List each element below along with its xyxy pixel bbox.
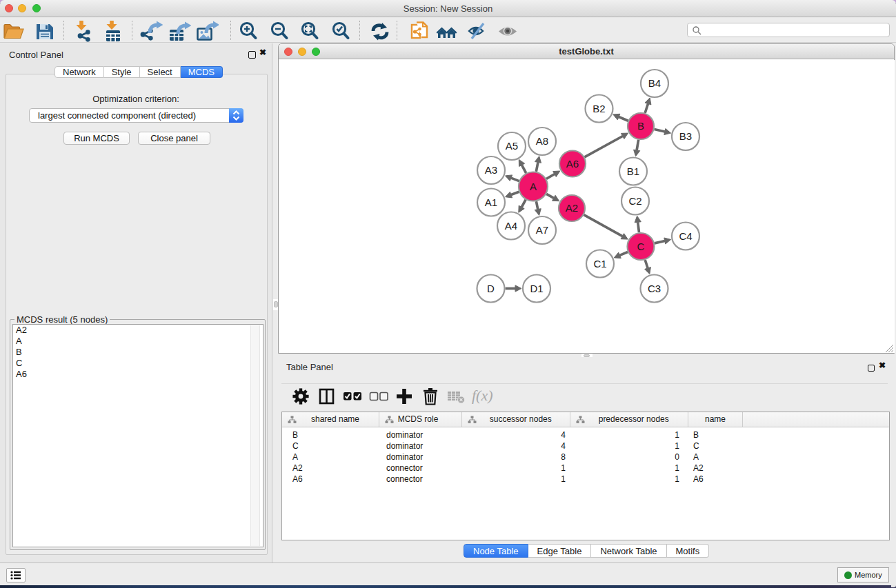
svg-text:A: A xyxy=(530,181,537,192)
svg-text:A7: A7 xyxy=(536,224,548,236)
svg-text:B1: B1 xyxy=(627,165,639,177)
svg-text:C4: C4 xyxy=(679,230,692,242)
svg-text:A8: A8 xyxy=(536,135,548,147)
svg-text:B3: B3 xyxy=(679,130,692,142)
svg-text:D: D xyxy=(487,283,495,294)
svg-text:A5: A5 xyxy=(506,140,518,152)
svg-text:A1: A1 xyxy=(485,196,497,208)
svg-text:C2: C2 xyxy=(628,195,641,207)
svg-text:B2: B2 xyxy=(593,103,605,114)
svg-text:D1: D1 xyxy=(530,283,543,294)
svg-text:C: C xyxy=(637,241,645,252)
svg-text:A6: A6 xyxy=(566,158,579,170)
svg-text:C3: C3 xyxy=(648,283,661,294)
svg-text:C1: C1 xyxy=(593,258,606,270)
svg-text:A3: A3 xyxy=(485,164,497,176)
svg-text:B: B xyxy=(637,120,644,132)
svg-text:A2: A2 xyxy=(566,202,578,214)
svg-text:B4: B4 xyxy=(648,77,661,89)
svg-text:A4: A4 xyxy=(505,220,517,232)
